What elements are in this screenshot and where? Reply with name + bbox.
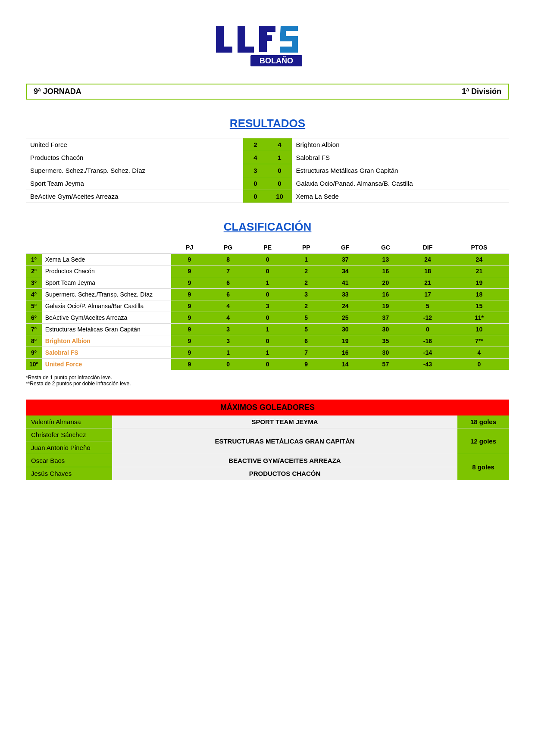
pg: 4	[208, 312, 248, 324]
score-home: 0	[243, 177, 267, 190]
goleador-goles: 8 goles	[457, 454, 509, 480]
goleador-name: Valentín Almansa	[26, 415, 112, 428]
dif: -16	[406, 335, 449, 347]
gf: 24	[325, 300, 365, 312]
gf: 37	[325, 254, 365, 266]
pp: 3	[287, 289, 325, 300]
svg-rect-3	[238, 47, 254, 53]
position: 10º	[26, 359, 42, 370]
resultados-title: RESULTADOS	[26, 117, 509, 130]
ptos: 24	[449, 254, 509, 266]
pe: 0	[248, 312, 287, 324]
svg-text:BOLAÑO: BOLAÑO	[260, 56, 293, 65]
logo-area: BOLAÑO	[26, 13, 509, 84]
clasif-row: 8º Brighton Albion 9 3 0 6 19 35 -16 7**	[26, 335, 509, 347]
pj: 9	[171, 289, 208, 300]
gc: 16	[365, 289, 407, 300]
home-team: Supermerc. Schez./Transp. Schez. Díaz	[26, 164, 243, 177]
pp: 6	[287, 335, 325, 347]
team-name: Productos Chacón	[42, 266, 171, 277]
ptos: 4	[449, 347, 509, 359]
clasif-row: 1º Xema La Sede 9 8 0 1 37 13 24 24	[26, 254, 509, 266]
clasif-row: 5º Galaxia Ocio/P. Almansa/Bar Castilla …	[26, 300, 509, 312]
team-name: Estructuras Metálicas Gran Capitán	[42, 324, 171, 335]
ptos: 7**	[449, 335, 509, 347]
score-away: 0	[268, 177, 292, 190]
result-row: Supermerc. Schez./Transp. Schez. Díaz 3 …	[26, 164, 509, 177]
footnotes: *Resta de 1 punto por infracción leve. *…	[26, 375, 509, 387]
goleadores-section: MÁXIMOS GOLEADORES Valentín AlmansaSPORT…	[26, 400, 509, 480]
dif: 24	[406, 254, 449, 266]
team-name: Galaxia Ocio/P. Almansa/Bar Castilla	[42, 300, 171, 312]
gf: 41	[325, 277, 365, 289]
gf: 33	[325, 289, 365, 300]
result-row: Sport Team Jeyma 0 0 Galaxia Ocio/Panad.…	[26, 177, 509, 190]
score-away: 1	[268, 151, 292, 164]
away-team: Xema La Sede	[292, 190, 509, 203]
away-team: Galaxia Ocio/Panad. Almansa/B. Castilla	[292, 177, 509, 190]
gf: 30	[325, 324, 365, 335]
clasif-row: 4º Supermerc. Schez./Transp. Schez. Díaz…	[26, 289, 509, 300]
goleador-team: ESTRUCTURAS METÁLICAS GRAN CAPITÁN	[112, 428, 457, 454]
gc: 37	[365, 312, 407, 324]
ptos: 21	[449, 266, 509, 277]
resultados-section: RESULTADOS United Force 2 4 Brighton Alb…	[26, 117, 509, 203]
position: 6º	[26, 312, 42, 324]
dif: 21	[406, 277, 449, 289]
clasif-row: 6º BeActive Gym/Aceites Arreaza 9 4 0 5 …	[26, 312, 509, 324]
gc: 30	[365, 347, 407, 359]
clasif-row: 3º Sport Team Jeyma 9 6 1 2 41 20 21 19	[26, 277, 509, 289]
pj: 9	[171, 254, 208, 266]
pg: 4	[208, 300, 248, 312]
goleador-row: Oscar BaosBEACTIVE GYM/ACEITES ARREAZA8 …	[26, 454, 509, 467]
ptos: 19	[449, 277, 509, 289]
position: 9º	[26, 347, 42, 359]
away-team: Estructuras Metálicas Gran Capitán	[292, 164, 509, 177]
svg-rect-6	[259, 35, 272, 41]
ptos: 11*	[449, 312, 509, 324]
goleador-name: Oscar Baos	[26, 454, 112, 467]
clasificacion-title: CLASIFICACIÓN	[26, 220, 509, 234]
pj: 9	[171, 347, 208, 359]
pp: 1	[287, 254, 325, 266]
goleador-name: Juan Antonio Pineño	[26, 441, 112, 454]
pg: 6	[208, 277, 248, 289]
dif: 18	[406, 266, 449, 277]
goleador-row: Valentín AlmansaSPORT TEAM JEYMA18 goles	[26, 415, 509, 428]
goleador-row: Jesús ChavesPRODUCTOS CHACÓN	[26, 467, 509, 480]
pj: 9	[171, 359, 208, 370]
clasif-row: 7º Estructuras Metálicas Gran Capitán 9 …	[26, 324, 509, 335]
score-home: 0	[243, 190, 267, 203]
pg: 6	[208, 289, 248, 300]
pj: 9	[171, 266, 208, 277]
dif: -14	[406, 347, 449, 359]
pe: 1	[248, 324, 287, 335]
gc: 30	[365, 324, 407, 335]
gc: 19	[365, 300, 407, 312]
clasif-row: 10º United Force 9 0 0 9 14 57 -43 0	[26, 359, 509, 370]
pg: 3	[208, 324, 248, 335]
pe: 0	[248, 335, 287, 347]
pe: 0	[248, 254, 287, 266]
pg: 7	[208, 266, 248, 277]
gc: 20	[365, 277, 407, 289]
pg: 8	[208, 254, 248, 266]
ptos: 10	[449, 324, 509, 335]
team-name: United Force	[42, 359, 171, 370]
pe: 0	[248, 266, 287, 277]
gf: 25	[325, 312, 365, 324]
team-name: Sport Team Jeyma	[42, 277, 171, 289]
gf: 16	[325, 347, 365, 359]
jornada-bar: 9ª JORNADA 1ª División	[26, 84, 509, 100]
dif: 5	[406, 300, 449, 312]
pj: 9	[171, 324, 208, 335]
pe: 1	[248, 347, 287, 359]
dif: -12	[406, 312, 449, 324]
goleador-team: BEACTIVE GYM/ACEITES ARREAZA	[112, 454, 457, 467]
pj: 9	[171, 335, 208, 347]
goleador-goles: 18 goles	[457, 415, 509, 428]
position: 2º	[26, 266, 42, 277]
result-row: Productos Chacón 4 1 Salobral FS	[26, 151, 509, 164]
dif: 0	[406, 324, 449, 335]
gf: 14	[325, 359, 365, 370]
